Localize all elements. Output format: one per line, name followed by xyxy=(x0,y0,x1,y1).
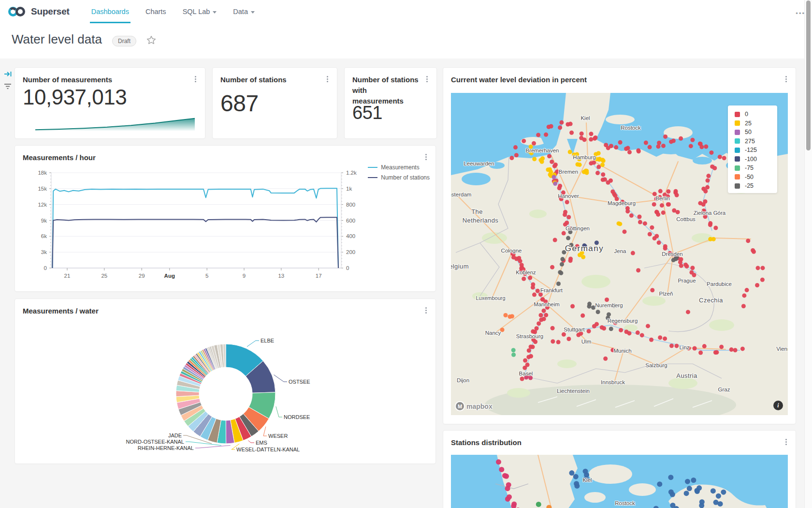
water-donut-chart[interactable]: ELBEOSTSEENORDSEEWESEREMSWESEL-DATTELN-K… xyxy=(15,299,435,463)
station-dot xyxy=(557,186,562,190)
map-legend-item[interactable]: -50 xyxy=(735,173,777,182)
legend-swatch-icon xyxy=(735,183,740,189)
kpi-value: 687 xyxy=(220,90,259,117)
legend-swatch-icon xyxy=(735,138,740,144)
station-dot xyxy=(531,345,535,349)
station-dot xyxy=(607,312,611,316)
station-dot xyxy=(566,122,570,127)
station-dot xyxy=(582,137,587,142)
station-dot xyxy=(729,347,734,352)
donut-label-line xyxy=(274,375,288,382)
legend-label: 25 xyxy=(745,120,752,127)
chart-menu-kebab-icon[interactable] xyxy=(783,438,789,446)
nav-item-data[interactable]: Data xyxy=(225,0,263,23)
legend-label: 0 xyxy=(745,111,748,118)
map-legend-item[interactable]: -25 xyxy=(735,181,777,191)
filter-list-icon[interactable] xyxy=(3,82,13,92)
station-dot xyxy=(640,333,644,337)
station-dot xyxy=(668,475,673,480)
station-dot xyxy=(745,288,749,292)
station-dot xyxy=(741,304,746,308)
nav-item-charts[interactable]: Charts xyxy=(137,0,174,23)
chart-menu-kebab-icon[interactable] xyxy=(783,75,789,83)
station-dot xyxy=(649,338,653,342)
station-dot xyxy=(522,277,526,281)
legend-item[interactable]: Measurements xyxy=(368,164,430,171)
station-dot xyxy=(629,213,634,218)
legend-item[interactable]: Number of stations xyxy=(368,174,430,181)
station-dot xyxy=(612,303,616,308)
scrollbar-thumb[interactable] xyxy=(806,0,811,150)
station-dot xyxy=(511,353,516,357)
brand-title[interactable]: Superset xyxy=(31,6,70,17)
donut-label-line xyxy=(195,446,231,448)
map-info-icon[interactable]: i xyxy=(773,401,783,410)
map-legend-item[interactable]: -75 xyxy=(735,164,777,173)
x-axis-label: 17 xyxy=(316,273,322,279)
station-dot xyxy=(667,202,671,207)
station-dot xyxy=(560,257,565,261)
legend-label: -125 xyxy=(745,147,757,153)
legend-label: -75 xyxy=(745,164,754,171)
legend-swatch-icon xyxy=(735,174,740,179)
chart-menu-kebab-icon[interactable] xyxy=(192,75,199,83)
chart-title: Stations distribution xyxy=(451,437,522,448)
station-dot xyxy=(550,265,554,269)
station-dot xyxy=(684,491,689,496)
station-dot xyxy=(710,488,716,493)
chart-menu-kebab-icon[interactable] xyxy=(324,75,331,83)
station-dot xyxy=(756,266,760,270)
station-dot xyxy=(685,479,690,484)
map-legend-item[interactable]: 0 xyxy=(735,110,777,119)
favorite-star-icon[interactable] xyxy=(146,35,156,47)
deviation-map-card: Current water level deviation in percent xyxy=(443,67,796,424)
kpi-value: 10,937,013 xyxy=(23,85,127,109)
dashboard-canvas: Number of measurements 10,937,013 Number… xyxy=(0,59,812,508)
station-dot xyxy=(538,292,543,297)
station-dot xyxy=(740,346,745,351)
station-dot xyxy=(532,157,536,161)
station-dot xyxy=(580,314,585,318)
map-legend-item[interactable]: -125 xyxy=(735,146,777,155)
station-dot xyxy=(532,141,536,146)
nav-label: Dashboards xyxy=(91,8,129,15)
station-dot xyxy=(540,160,544,164)
right-axis-tick: 0 xyxy=(346,265,349,271)
map-legend-item[interactable]: 25 xyxy=(735,119,777,128)
map-legend-item[interactable]: 50 xyxy=(735,128,777,137)
station-dot xyxy=(552,175,556,179)
station-dot xyxy=(663,134,667,139)
legend-swatch-icon xyxy=(735,120,740,126)
station-dot xyxy=(528,376,533,380)
page-scrollbar xyxy=(804,0,812,508)
station-dot xyxy=(549,170,553,174)
station-dot xyxy=(614,145,618,149)
station-dots-layer xyxy=(451,455,788,508)
station-dot xyxy=(618,222,622,226)
station-dot xyxy=(683,263,688,267)
station-dot xyxy=(550,160,554,164)
station-dot xyxy=(719,344,724,349)
map-legend-item[interactable]: -100 xyxy=(735,155,777,164)
map-legend-item[interactable]: 275 xyxy=(735,137,777,146)
chevron-down-icon xyxy=(213,11,217,14)
stations-map[interactable]: KielRostock xyxy=(451,455,788,508)
kpi-sparkline xyxy=(35,114,195,133)
station-dot xyxy=(672,209,676,213)
deviation-map[interactable]: GermanyTheNetherlandsBelgiumLuxembourgCz… xyxy=(451,93,788,415)
chart-menu-kebab-icon[interactable] xyxy=(423,75,430,83)
nav-item-dashboards[interactable]: Dashboards xyxy=(83,0,137,23)
nav-item-sql-lab[interactable]: SQL Lab xyxy=(174,0,225,23)
station-dot xyxy=(536,502,541,507)
station-dot xyxy=(713,500,719,505)
station-dot xyxy=(652,202,656,207)
legend-swatch-icon xyxy=(368,167,377,168)
station-dot xyxy=(545,305,550,310)
superset-logo[interactable] xyxy=(8,5,27,18)
expand-filter-bar-icon[interactable] xyxy=(4,70,13,80)
station-dot xyxy=(553,163,558,167)
donut-label: JADE xyxy=(168,433,182,438)
mapbox-attribution[interactable]: M mapbox xyxy=(455,401,493,411)
station-dot xyxy=(761,266,765,270)
station-dot xyxy=(644,141,648,145)
